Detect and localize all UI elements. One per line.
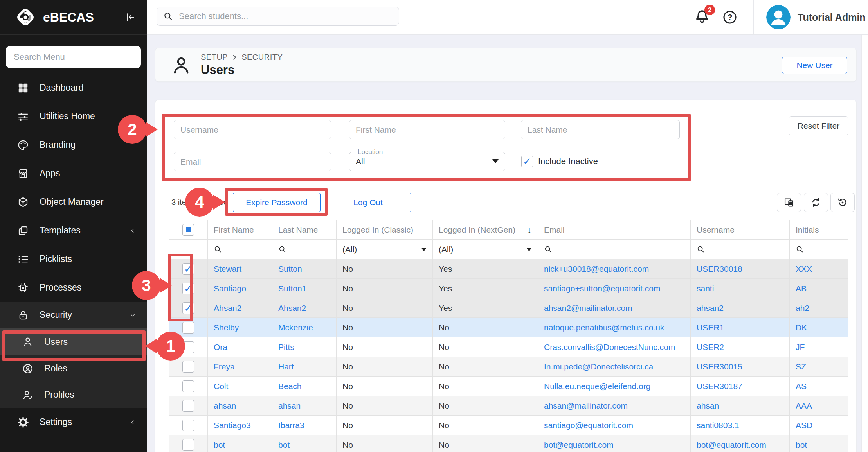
new-user-button[interactable]: New User — [782, 57, 847, 74]
sidebar-item-processes[interactable]: Processes — [0, 273, 147, 302]
row-checkbox[interactable] — [182, 283, 194, 294]
table-row[interactable]: Ahsan2 Ahsan2 No Yes ahsan2@mailinator.c… — [169, 298, 849, 318]
cell-email[interactable]: bot@equatorit.com — [538, 435, 691, 452]
user-avatar[interactable] — [766, 5, 791, 29]
table-row[interactable]: Santiago3 Ibarra3 No No santiago@equator… — [169, 416, 849, 435]
row-checkbox-cell[interactable] — [169, 337, 208, 357]
sidebar-item-security[interactable]: Security — [0, 302, 147, 328]
cell-username[interactable]: ahsan — [691, 396, 790, 416]
row-checkbox[interactable] — [182, 420, 194, 431]
cell-username[interactable]: USER30018 — [691, 259, 790, 279]
cell-email[interactable]: santiago+sutton@equatorit.com — [538, 279, 691, 298]
cell-username[interactable]: santi — [691, 279, 790, 298]
cell-first-name[interactable]: Santiago — [208, 279, 272, 298]
filter-email-input[interactable] — [174, 152, 331, 171]
filter-cell-classic[interactable]: (All) — [337, 240, 433, 259]
log-out-button[interactable]: Log Out — [325, 193, 411, 212]
cell-last-name[interactable]: bot — [272, 435, 337, 452]
select-all-cell[interactable] — [169, 220, 208, 240]
cell-email[interactable]: natoque.penatibus@metus.co.uk — [538, 318, 691, 337]
row-checkbox-cell[interactable] — [169, 377, 208, 396]
cell-email[interactable]: ahsan@mailinator.com — [538, 396, 691, 416]
cell-email[interactable]: In.mi.pede@Donecfelisorci.ca — [538, 357, 691, 377]
col-header-initials[interactable]: Initials — [790, 220, 848, 240]
cell-last-name[interactable]: Sutton1 — [272, 279, 337, 298]
row-checkbox-cell[interactable] — [169, 298, 208, 318]
cell-username[interactable]: bot@equatorit.com — [691, 435, 790, 452]
table-row[interactable]: Freya Hart No No In.mi.pede@Donecfelisor… — [169, 357, 849, 377]
choose-columns-button[interactable] — [777, 193, 801, 212]
sidebar-item-branding[interactable]: Branding — [0, 131, 147, 159]
breadcrumb-setup[interactable]: SETUP — [201, 53, 228, 62]
cell-last-name[interactable]: Mckenzie — [272, 318, 337, 337]
cell-email[interactable]: nick+u30018@equatorit.com — [538, 259, 691, 279]
row-checkbox-cell[interactable] — [169, 416, 208, 435]
cell-last-name[interactable]: Ahsan2 — [272, 298, 337, 318]
row-checkbox-cell[interactable] — [169, 435, 208, 452]
cell-last-name[interactable]: ahsan — [272, 396, 337, 416]
cell-email[interactable]: Nulla.eu.neque@eleifend.org — [538, 377, 691, 396]
sidebar-collapse-icon[interactable] — [123, 11, 137, 24]
sidebar-item-users[interactable]: Users — [0, 328, 147, 355]
cell-username[interactable]: USER2 — [691, 337, 790, 357]
cell-username[interactable]: USER30187 — [691, 377, 790, 396]
sidebar-item-apps[interactable]: Apps — [0, 159, 147, 188]
filter-cell-username[interactable] — [691, 240, 790, 259]
filter-cell-initials[interactable] — [790, 240, 848, 259]
cell-email[interactable]: ahsan2@mailinator.com — [538, 298, 691, 318]
cell-first-name[interactable]: Stewart — [208, 259, 272, 279]
cell-first-name[interactable]: Freya — [208, 357, 272, 377]
table-row[interactable]: Stewart Sutton No Yes nick+u30018@equato… — [169, 259, 849, 279]
filter-last-name-input[interactable] — [521, 120, 680, 139]
sidebar-item-profiles[interactable]: Profiles — [0, 382, 147, 408]
cell-last-name[interactable]: Hart — [272, 357, 337, 377]
cell-last-name[interactable]: Sutton — [272, 259, 337, 279]
global-search-input[interactable] — [179, 11, 390, 22]
table-row[interactable]: bot bot No No bot@equatorit.com bot@equa… — [169, 435, 849, 452]
sidebar-search-input[interactable] — [6, 46, 141, 68]
sidebar-item-picklists[interactable]: Picklists — [0, 245, 147, 273]
row-checkbox-cell[interactable] — [169, 259, 208, 279]
cell-first-name[interactable]: Ahsan2 — [208, 298, 272, 318]
scrollbar-track[interactable] — [861, 35, 868, 452]
include-inactive-filter[interactable]: Include Inactive — [521, 156, 598, 167]
row-checkbox[interactable] — [182, 380, 194, 392]
row-checkbox-cell[interactable] — [169, 279, 208, 298]
col-header-last-name[interactable]: Last Name — [272, 220, 337, 240]
cell-first-name[interactable]: Colt — [208, 377, 272, 396]
user-name[interactable]: Tutorial Admin — [798, 0, 866, 35]
global-search[interactable] — [157, 7, 399, 26]
row-checkbox[interactable] — [182, 439, 194, 451]
sidebar-item-templates[interactable]: Templates — [0, 216, 147, 245]
row-checkbox[interactable] — [182, 263, 194, 275]
sidebar-item-dashboard[interactable]: Dashboard — [0, 74, 147, 102]
col-header-first-name[interactable]: First Name — [208, 220, 272, 240]
filter-cell-first-name[interactable] — [208, 240, 272, 259]
filter-first-name-input[interactable] — [349, 120, 505, 139]
row-checkbox[interactable] — [182, 302, 194, 314]
breadcrumb-security[interactable]: SECURITY — [241, 53, 283, 62]
cell-last-name[interactable]: Beach — [272, 377, 337, 396]
expire-password-button[interactable]: Expire Password — [233, 193, 321, 212]
help-button[interactable]: ? — [722, 9, 738, 25]
sidebar-item-object-manager[interactable]: Object Manager — [0, 188, 147, 216]
table-row[interactable]: Shelby Mckenzie No No natoque.penatibus@… — [169, 318, 849, 337]
include-inactive-checkbox[interactable] — [521, 156, 533, 167]
table-row[interactable]: ahsan ahsan No No ahsan@mailinator.com a… — [169, 396, 849, 416]
filter-location-select[interactable]: Location All — [349, 152, 505, 171]
row-checkbox-cell[interactable] — [169, 357, 208, 377]
table-row[interactable]: Colt Beach No No Nulla.eu.neque@eleifend… — [169, 377, 849, 396]
row-checkbox[interactable] — [182, 400, 194, 412]
cell-email[interactable]: Cras.convallis@DonecestNunc.com — [538, 337, 691, 357]
cell-email[interactable]: santiago@equatorit.com — [538, 416, 691, 435]
table-row[interactable]: Santiago Sutton1 No Yes santiago+sutton@… — [169, 279, 849, 298]
filter-cell-email[interactable] — [538, 240, 691, 259]
row-checkbox-cell[interactable] — [169, 396, 208, 416]
col-header-username[interactable]: Username — [691, 220, 790, 240]
col-header-logged-in-nextgen[interactable]: Logged In (NextGen)↓ — [433, 220, 538, 240]
refresh-button[interactable] — [804, 193, 828, 212]
cell-first-name[interactable]: Shelby — [208, 318, 272, 337]
row-checkbox-cell[interactable] — [169, 318, 208, 337]
sidebar-item-roles[interactable]: Roles — [0, 355, 147, 382]
notifications-button[interactable]: 2 — [694, 8, 713, 28]
